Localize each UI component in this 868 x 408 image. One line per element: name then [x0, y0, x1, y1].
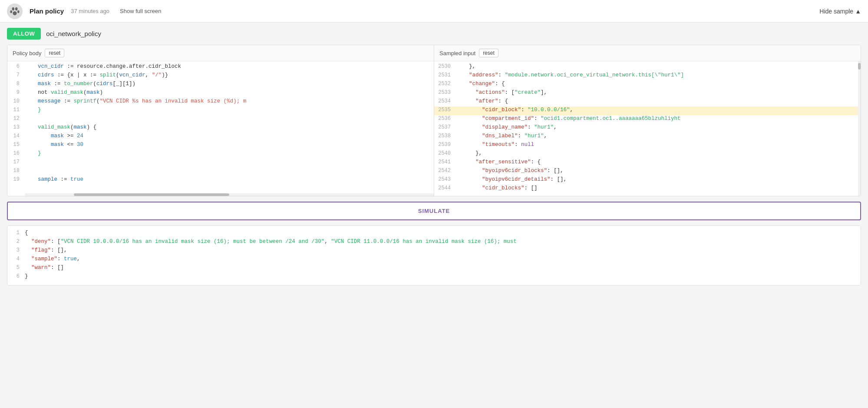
policy-body-panel: Policy body reset 6 vcn_cidr := resource…	[7, 45, 434, 196]
policy-name: oci_network_policy	[46, 30, 101, 37]
policy-header: ALLOW oci_network_policy	[7, 28, 861, 40]
content-area: ALLOW oci_network_policy Policy body res…	[0, 23, 868, 291]
json-line: 2544 "cidr_blocks": []	[434, 185, 861, 193]
code-line: 15 mask <= 30	[7, 141, 434, 150]
svg-point-3	[17, 10, 20, 13]
json-line: 2532 "change": {	[434, 80, 861, 89]
timestamp: 37 minutes ago	[71, 8, 109, 14]
policy-body-header: Policy body reset	[7, 45, 434, 61]
code-line: 19 sample := true	[7, 176, 434, 185]
code-line: 8 mask := to_number(cidrs[_][1])	[7, 80, 434, 89]
sampled-input-header: Sampled input reset	[434, 45, 861, 61]
simulate-section: SIMULATE	[7, 202, 861, 220]
json-line: 2538 "dns_label": "hur1",	[434, 133, 861, 141]
code-line: 17	[7, 159, 434, 167]
page-title: Plan policy	[30, 7, 64, 15]
code-line: 7 cidrs := {x | x := split(vcn_cidr, "/"…	[7, 72, 434, 80]
policy-body-reset-button[interactable]: reset	[45, 49, 64, 57]
svg-point-2	[10, 10, 12, 13]
sampled-input-panel: Sampled input reset 2530 }, 2531 "addres…	[434, 45, 861, 196]
sampled-input-title: Sampled input	[439, 50, 475, 56]
top-bar: Plan policy 37 minutes ago Show full scr…	[0, 0, 868, 23]
svg-point-4	[13, 11, 17, 15]
simulate-button[interactable]: SIMULATE	[7, 202, 861, 220]
json-line: 2543 "byoipv6cidr_details": [],	[434, 176, 861, 185]
output-line: 5 "warn": []	[7, 264, 861, 273]
policy-body-code[interactable]: 6 vcn_cidr := resource.change.after.cidr…	[7, 61, 434, 196]
svg-point-1	[15, 7, 17, 10]
allow-badge: ALLOW	[7, 28, 41, 40]
show-fullscreen-button[interactable]: Show full screen	[116, 6, 165, 16]
hide-sample-label: Hide sample	[819, 8, 853, 15]
output-area: 1 { 2 "deny": ["VCN CIDR 10.0.0.0/16 has…	[7, 226, 861, 285]
logo-icon	[7, 3, 23, 19]
json-line: 2540 },	[434, 150, 861, 159]
code-line: 9 not valid_mask(mask)	[7, 89, 434, 98]
hide-sample-button[interactable]: Hide sample ▲	[819, 8, 861, 15]
output-line: 6 }	[7, 273, 861, 282]
code-line: 6 vcn_cidr := resource.change.after.cidr…	[7, 63, 434, 72]
panels-container: Policy body reset 6 vcn_cidr := resource…	[7, 45, 861, 196]
output-line: 4 "sample": true,	[7, 255, 861, 264]
output-line: 1 {	[7, 229, 861, 238]
json-line: 2533 "actions": ["create"],	[434, 89, 861, 98]
code-line: 14 mask >= 24	[7, 133, 434, 141]
policy-body-title: Policy body	[13, 50, 41, 56]
sampled-input-reset-button[interactable]: reset	[479, 49, 498, 57]
output-code[interactable]: 1 { 2 "deny": ["VCN CIDR 10.0.0.0/16 has…	[7, 226, 861, 285]
sampled-input-code[interactable]: 2530 }, 2531 "address": "module.network.…	[434, 61, 861, 196]
chevron-up-icon: ▲	[855, 8, 861, 15]
code-line: 11 }	[7, 106, 434, 115]
json-line: 2530 },	[434, 63, 861, 72]
output-line: 2 "deny": ["VCN CIDR 10.0.0.0/16 has an …	[7, 238, 861, 247]
json-line: 2536 "compartment_id": "ocid1.compartmen…	[434, 115, 861, 124]
json-line: 2541 "after_sensitive": {	[434, 159, 861, 167]
output-line: 3 "flag": [],	[7, 247, 861, 255]
json-line: 2542 "byoipv6cidr_blocks": [],	[434, 167, 861, 176]
json-line: 2534 "after": {	[434, 98, 861, 106]
json-line: 2531 "address": "module.network.oci_core…	[434, 72, 861, 80]
code-line: 13 valid_mask(mask) {	[7, 124, 434, 133]
json-line: 2537 "display_name": "hur1",	[434, 124, 861, 133]
json-line: 2539 "timeouts": null	[434, 141, 861, 150]
code-line: 18	[7, 167, 434, 176]
code-line: 16 }	[7, 150, 434, 159]
code-line: 10 message := sprintf("VCN CIDR %s has a…	[7, 98, 434, 106]
code-line: 12	[7, 115, 434, 124]
svg-point-0	[12, 7, 14, 10]
json-line: 2535 "cidr_block": "10.0.0.0/16",	[434, 106, 861, 115]
